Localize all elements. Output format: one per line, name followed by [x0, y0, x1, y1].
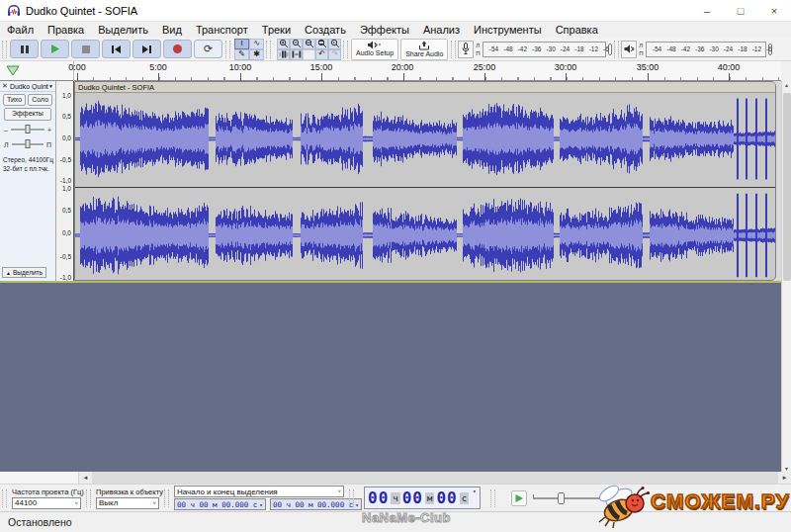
selection-tool-button[interactable]: I: [234, 39, 249, 49]
share-audio-button[interactable]: Share Audio: [400, 39, 448, 60]
position-hours[interactable]: 00: [368, 488, 389, 507]
waveform-left-channel[interactable]: [75, 93, 775, 185]
mute-button[interactable]: Тихо: [3, 94, 26, 106]
zoom-out-button[interactable]: [290, 39, 303, 49]
share-audio-label: Share Audio: [405, 50, 443, 58]
menu-item-5[interactable]: Треки: [255, 24, 298, 36]
toolbar-grip[interactable]: [2, 489, 7, 507]
fit-selection-button[interactable]: [303, 39, 315, 49]
close-button[interactable]: ×: [757, 0, 791, 21]
track-name[interactable]: Dudko Quint: [10, 83, 48, 90]
play-at-speed-button[interactable]: [511, 490, 527, 506]
selection-end-field[interactable]: 00 ч 00 м 00.000 с ▾: [270, 498, 362, 510]
menu-item-2[interactable]: Выделить: [91, 24, 155, 36]
stop-icon: [81, 44, 91, 54]
speed-slider[interactable]: [533, 493, 617, 503]
track-close-button[interactable]: ✕: [2, 82, 8, 90]
speed-slider-thumb[interactable]: [558, 492, 565, 504]
loop-button[interactable]: ⟳: [194, 40, 222, 58]
microphone-button[interactable]: [458, 41, 474, 58]
speaker-button[interactable]: [621, 41, 637, 58]
menu-item-6[interactable]: Создать: [298, 24, 353, 36]
play-button[interactable]: [41, 40, 69, 58]
zoom-in-button[interactable]: [277, 39, 290, 49]
timeline-ruler[interactable]: 0:00 5:00 10:00 15:00 20:00 25:00 30:00 …: [0, 61, 781, 81]
toolbar-grip[interactable]: [2, 41, 7, 58]
audio-setup-button[interactable]: Audio Setup: [351, 39, 398, 60]
position-minutes[interactable]: 00: [402, 488, 423, 507]
redo-button[interactable]: ↷: [328, 49, 341, 60]
trim-audio-button[interactable]: [277, 49, 290, 60]
toolbar-grip[interactable]: [343, 41, 348, 58]
loop-region-icon[interactable]: [5, 65, 23, 77]
vertical-scrollbar-thumb[interactable]: [783, 93, 791, 281]
effects-button[interactable]: Эффекты: [4, 108, 51, 120]
scroll-left-button[interactable]: ◂: [79, 472, 92, 484]
selection-mode-combo[interactable]: Начало и конец выделения ˅: [174, 486, 344, 497]
pan-slider-thumb[interactable]: [25, 139, 30, 148]
scroll-right-button[interactable]: ▸: [778, 472, 791, 484]
menu-item-4[interactable]: Транспорт: [189, 24, 255, 36]
menu-item-9[interactable]: Инструменты: [467, 24, 549, 36]
scroll-down-icon[interactable]: ▾: [785, 465, 788, 472]
playback-meter-bar[interactable]: -54-48-42-36-30-24-18-12-6: [646, 42, 766, 57]
horizontal-scrollbar-track[interactable]: [92, 472, 778, 484]
zoom-toggle-button[interactable]: [328, 39, 341, 49]
multi-tool-button[interactable]: ✱: [249, 49, 264, 60]
track-menu-caret-icon[interactable]: ▼: [48, 83, 53, 89]
undo-button[interactable]: ↶: [315, 49, 328, 60]
minimize-button[interactable]: –: [690, 0, 724, 21]
audio-clip[interactable]: Dudko Quintet - SOFIA: [74, 81, 776, 281]
vertical-scrollbar[interactable]: ▴ ▾: [781, 81, 791, 472]
record-button[interactable]: [163, 40, 192, 58]
pause-button[interactable]: [10, 40, 39, 58]
stop-button[interactable]: [71, 40, 100, 58]
gain-slider[interactable]: – +: [0, 125, 55, 135]
menu-item-8[interactable]: Анализ: [416, 24, 467, 36]
timeline-scale[interactable]: 0:00 5:00 10:00 15:00 20:00 25:00 30:00 …: [74, 61, 781, 81]
draw-tool-button[interactable]: ✎: [234, 49, 249, 60]
selection-start-field[interactable]: 00 ч 00 м 00.000 с ▾: [174, 498, 266, 510]
envelope-tool-button[interactable]: ∿: [249, 39, 264, 49]
toolbar-grip[interactable]: [164, 489, 169, 507]
playback-meter[interactable]: ЛП -54-48-42-36-30-24-18-12-6: [621, 40, 772, 59]
snap-to-combo[interactable]: Выкл ˅: [96, 497, 159, 509]
position-seconds[interactable]: 00: [436, 488, 457, 507]
menu-item-1[interactable]: Правка: [41, 24, 91, 36]
skip-start-button[interactable]: [102, 40, 131, 58]
toolbar-grip[interactable]: [451, 41, 456, 58]
toolbar-grip[interactable]: [266, 41, 271, 58]
skip-end-button[interactable]: [132, 40, 161, 58]
toolbar-grip[interactable]: [614, 41, 619, 58]
edit-toolbar-spacer: [303, 49, 315, 60]
fit-project-button[interactable]: [315, 39, 328, 49]
horizontal-scrollbar[interactable]: ◂ ▸: [0, 472, 791, 484]
clip-title[interactable]: Dudko Quintet - SOFIA: [75, 82, 775, 93]
maximize-button[interactable]: □: [724, 0, 757, 21]
selection-start-value: 00 ч 00 м 00.000 с: [177, 500, 257, 509]
toolbar-grip[interactable]: [349, 489, 354, 507]
timeline-corner: [0, 61, 74, 81]
toolbar-grip[interactable]: [490, 489, 495, 507]
zoom-in-icon: [279, 39, 289, 48]
display-caret-icon[interactable]: ▾: [473, 488, 477, 494]
waveform-right-channel[interactable]: [75, 188, 775, 281]
solo-button[interactable]: Соло: [28, 94, 52, 106]
toolbar-grip[interactable]: [225, 41, 230, 58]
menu-item-3[interactable]: Вид: [155, 24, 189, 36]
recording-meter[interactable]: ЛП -54-48-42-36-30-24-18-12-6: [458, 40, 612, 59]
vertical-ruler[interactable]: 1,0 0,5 0,0 -0,5 -1,0 1,0 0,5 0,0 -0,5 -…: [56, 81, 74, 281]
gain-slider-thumb[interactable]: [25, 125, 30, 133]
scroll-up-icon[interactable]: ▴: [785, 81, 788, 88]
audio-position-display[interactable]: 00 ч 00 м 00 с ▾: [364, 487, 481, 509]
silence-audio-button[interactable]: [290, 49, 303, 60]
pan-slider[interactable]: Л П: [0, 139, 55, 150]
toolbar-grip[interactable]: [86, 489, 91, 507]
menu-item-0[interactable]: Файл: [0, 24, 41, 36]
project-rate-combo[interactable]: 44100 ˅: [12, 497, 81, 509]
recording-meter-bar[interactable]: -54-48-42-36-30-24-18-12-6: [483, 42, 606, 57]
track-select-button[interactable]: ▲ Выделить: [2, 267, 46, 278]
scroll-right-icon: ▸: [783, 474, 787, 482]
menu-item-7[interactable]: Эффекты: [353, 24, 416, 36]
menu-item-10[interactable]: Справка: [549, 24, 605, 36]
